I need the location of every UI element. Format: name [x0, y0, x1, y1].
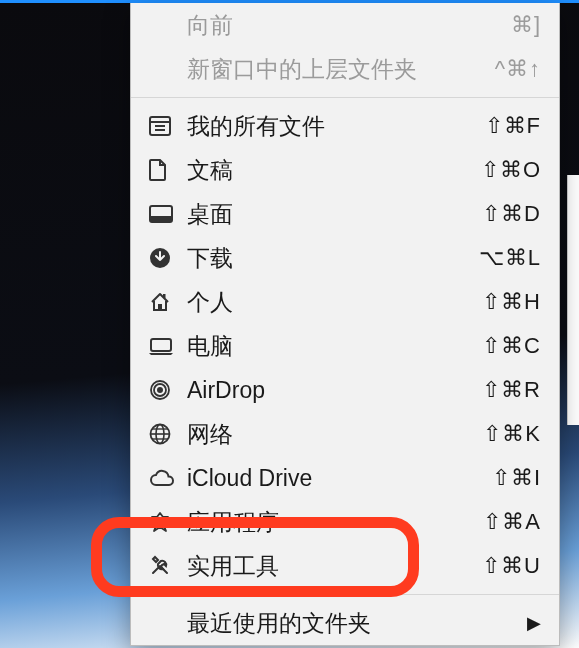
- menu-item-shortcut: ⌘]: [511, 9, 541, 41]
- menu-item-all-my-files[interactable]: 我的所有文件 ⇧⌘F: [131, 104, 559, 148]
- svg-rect-9: [151, 339, 171, 351]
- menu-item-airdrop[interactable]: AirDrop ⇧⌘R: [131, 368, 559, 412]
- svg-rect-8: [163, 294, 166, 298]
- svg-rect-5: [150, 216, 172, 222]
- menu-item-label: 文稿: [187, 154, 481, 186]
- menu-item-utilities[interactable]: 实用工具 ⇧⌘U: [131, 544, 559, 588]
- menu-item-shortcut: ⇧⌘C: [482, 330, 541, 362]
- menu-item-label: 最近使用的文件夹: [187, 607, 527, 639]
- menu-item-shortcut: ^⌘↑: [495, 53, 541, 85]
- menu-item-label: iCloud Drive: [187, 462, 492, 494]
- computer-icon: [149, 334, 177, 358]
- svg-point-10: [157, 387, 163, 393]
- menu-item-downloads[interactable]: 下载 ⌥⌘L: [131, 236, 559, 280]
- icloud-icon: [149, 466, 177, 490]
- menu-item-shortcut: ⇧⌘H: [482, 286, 541, 318]
- spacer-icon: [149, 611, 177, 635]
- document-icon: [149, 158, 177, 182]
- menu-item-computer[interactable]: 电脑 ⇧⌘C: [131, 324, 559, 368]
- menu-item-documents[interactable]: 文稿 ⇧⌘O: [131, 148, 559, 192]
- desktop-icon: [149, 202, 177, 226]
- submenu-arrow-icon: ▶: [527, 607, 541, 639]
- menu-item-label: 下载: [187, 242, 479, 274]
- menu-item-shortcut: ⇧⌘R: [482, 374, 541, 406]
- menu-item-icloud-drive[interactable]: iCloud Drive ⇧⌘I: [131, 456, 559, 500]
- utilities-icon: [149, 554, 177, 578]
- menu-item-label: 应用程序: [187, 506, 483, 538]
- menu-item-label: 新窗口中的上层文件夹: [187, 53, 495, 85]
- menu-item-shortcut: ⇧⌘I: [492, 462, 541, 494]
- network-icon: [149, 422, 177, 446]
- menu-separator: [131, 97, 559, 98]
- menu-item-label: 实用工具: [187, 550, 482, 582]
- spacer-icon: [149, 13, 177, 37]
- menu-item-shortcut: ⇧⌘O: [481, 154, 541, 186]
- menu-item-label: AirDrop: [187, 374, 482, 406]
- menu-item-shortcut: ⇧⌘A: [483, 506, 541, 538]
- menu-item-label: 个人: [187, 286, 482, 318]
- airdrop-icon: [149, 378, 177, 402]
- menu-item-shortcut: ⇧⌘K: [483, 418, 541, 450]
- menu-item-shortcut: ⌥⌘L: [479, 242, 541, 274]
- svg-rect-7: [158, 304, 162, 310]
- menu-item-forward[interactable]: 向前 ⌘]: [131, 3, 559, 47]
- spacer-icon: [149, 57, 177, 81]
- home-icon: [149, 290, 177, 314]
- menu-item-desktop[interactable]: 桌面 ⇧⌘D: [131, 192, 559, 236]
- apps-icon: [149, 510, 177, 534]
- menu-item-label: 电脑: [187, 330, 482, 362]
- menu-item-applications[interactable]: 应用程序 ⇧⌘A: [131, 500, 559, 544]
- menu-item-label: 网络: [187, 418, 483, 450]
- go-menu-dropdown: 向前 ⌘] 新窗口中的上层文件夹 ^⌘↑ 我的所有文件 ⇧⌘F 文稿 ⇧⌘O 桌…: [130, 3, 560, 646]
- menu-item-shortcut: ⇧⌘D: [482, 198, 541, 230]
- menu-item-shortcut: ⇧⌘F: [485, 110, 541, 142]
- menu-item-recent-folders[interactable]: 最近使用的文件夹 ▶: [131, 601, 559, 645]
- menu-item-label: 桌面: [187, 198, 482, 230]
- menu-item-enclosing-folder-new-window[interactable]: 新窗口中的上层文件夹 ^⌘↑: [131, 47, 559, 91]
- downloads-icon: [149, 246, 177, 270]
- menu-item-label: 向前: [187, 9, 511, 41]
- menu-item-label: 我的所有文件: [187, 110, 485, 142]
- menu-item-shortcut: ⇧⌘U: [482, 550, 541, 582]
- menu-item-home[interactable]: 个人 ⇧⌘H: [131, 280, 559, 324]
- background-window-edge: [567, 175, 579, 425]
- all-files-icon: [149, 114, 177, 138]
- menu-separator: [131, 594, 559, 595]
- menu-item-network[interactable]: 网络 ⇧⌘K: [131, 412, 559, 456]
